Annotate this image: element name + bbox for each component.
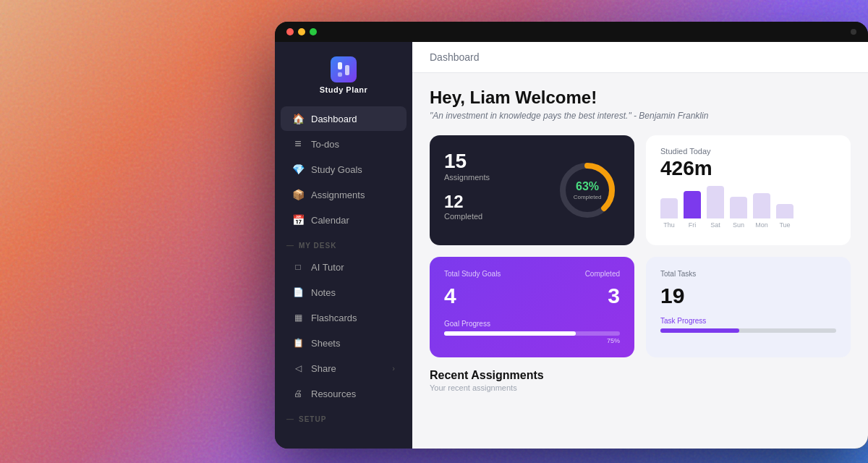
main-content: Dashboard Hey, Liam Welcome! "An investm… (412, 42, 868, 449)
donut-label: 63% Completed (555, 158, 620, 223)
sidebar-item-notes[interactable]: 📄 Notes (281, 280, 407, 305)
maximize-dot (310, 28, 317, 35)
bar-day-label: Tue (779, 221, 790, 229)
study-goals-icon: 💎 (292, 163, 304, 175)
goals-values-row: 4 3 (444, 284, 620, 308)
sidebar-item-label: Flashcards (311, 313, 357, 323)
sidebar-item-label: Study Goals (311, 164, 362, 175)
sidebar-item-ai-tutor[interactable]: □ AI Tutor (281, 255, 407, 279)
device-topbar (275, 22, 868, 42)
studied-label: Studied Today (660, 147, 836, 156)
svg-rect-0 (331, 56, 357, 82)
sidebar-item-dashboard[interactable]: 🏠 Dashboard (281, 106, 407, 131)
notes-icon: 📄 (292, 286, 304, 298)
device-frame: Study Planr 🏠 Dashboard ≡ To-dos 💎 Study… (275, 22, 868, 449)
sidebar-item-label: AI Tutor (311, 262, 344, 273)
ai-tutor-icon: □ (292, 261, 304, 273)
top-cards-row: 15 Assignments 12 Completed (430, 135, 851, 245)
setup-section-label: SETUP (275, 407, 412, 428)
todos-icon: ≡ (292, 138, 304, 150)
studied-card: Studied Today 426m ThuFriSatSunMonTue (646, 135, 851, 245)
flashcards-icon: ▦ (292, 312, 304, 323)
close-dot (286, 28, 294, 35)
goals-progress-bar-fill (444, 331, 576, 336)
studied-value: 426m (660, 157, 836, 180)
bar-mon (753, 193, 770, 218)
goals-completed-value: 3 (608, 284, 620, 308)
tasks-labels-row: Total Tasks (660, 270, 836, 278)
completed-label: Completed (444, 212, 543, 221)
main-header: Dashboard (412, 42, 868, 73)
tasks-total-value: 19 (660, 284, 836, 308)
main-navigation: 🏠 Dashboard ≡ To-dos 💎 Study Goals 📦 Ass… (275, 106, 412, 437)
assignments-label: Assignments (444, 173, 543, 182)
content-area: Hey, Liam Welcome! "An investment in kno… (412, 73, 868, 449)
bar-day-label: Sat (710, 221, 720, 229)
bar-tue (776, 204, 793, 218)
task-progress-label: Task Progress (660, 317, 836, 325)
bar-sat (707, 186, 724, 218)
resources-icon: 🖨 (292, 388, 304, 399)
goals-labels-row: Total Study Goals Completed (444, 270, 620, 278)
bar-thu (660, 198, 678, 218)
goals-progress-pct: 75% (444, 337, 620, 344)
goals-total-value: 4 (444, 284, 456, 308)
assignments-icon: 📦 (292, 189, 304, 200)
sidebar-item-label: Share (311, 363, 336, 374)
sidebar-item-label: Calendar (311, 215, 349, 226)
task-progress-bar-fill (660, 328, 739, 333)
camera-dot (851, 29, 856, 35)
donut-sublabel: Completed (574, 194, 602, 200)
sidebar: Study Planr 🏠 Dashboard ≡ To-dos 💎 Study… (275, 42, 412, 449)
goals-progress-label: Goal Progress (444, 320, 620, 328)
bar-chart: ThuFriSatSunMonTue (660, 189, 836, 229)
sheets-icon: 📋 (292, 337, 304, 349)
sidebar-item-calendar[interactable]: 📅 Calendar (281, 208, 407, 232)
completed-count: 12 (444, 192, 543, 212)
tasks-total-label: Total Tasks (660, 270, 696, 278)
bar-day-label: Sun (733, 221, 744, 229)
goals-total-label: Total Study Goals (444, 270, 501, 278)
share-icon: ◁ (292, 362, 304, 374)
assignments-card: 15 Assignments 12 Completed (430, 135, 634, 245)
chevron-right-icon: › (392, 364, 395, 373)
bar-day-label: Mon (755, 221, 768, 229)
bar-sun (730, 197, 747, 218)
sidebar-item-share[interactable]: ◁ Share › (281, 356, 407, 381)
bar-group-sat: Sat (707, 186, 724, 229)
sidebar-item-sheets[interactable]: 📋 Sheets (281, 331, 407, 355)
welcome-quote: "An investment in knowledge pays the bes… (430, 111, 851, 121)
svg-rect-1 (338, 62, 342, 69)
bar-group-mon: Mon (753, 193, 770, 229)
sidebar-item-flashcards[interactable]: ▦ Flashcards (281, 305, 407, 330)
sidebar-item-todos[interactable]: ≡ To-dos (281, 132, 407, 156)
bar-group-thu: Thu (660, 198, 678, 229)
sidebar-item-resources[interactable]: 🖨 Resources (281, 381, 407, 406)
bar-group-sun: Sun (730, 197, 747, 229)
minimize-dot (298, 28, 305, 35)
recent-assignments-sub: Your recent assignments (430, 383, 851, 392)
dashboard-icon: 🏠 (292, 113, 304, 124)
bar-group-fri: Fri (684, 191, 701, 229)
bar-day-label: Fri (689, 221, 697, 229)
my-desk-section-label: MY DESK (275, 233, 412, 254)
sidebar-item-label: Sheets (311, 338, 340, 349)
page-title: Dashboard (430, 51, 480, 63)
sidebar-item-label: Resources (311, 388, 356, 399)
welcome-title: Hey, Liam Welcome! (430, 88, 851, 108)
task-progress-bar-bg (660, 328, 836, 333)
calendar-icon: 📅 (292, 214, 304, 226)
bar-group-tue: Tue (776, 204, 793, 229)
sidebar-item-assignments[interactable]: 📦 Assignments (281, 182, 407, 207)
logo-icon (331, 56, 357, 82)
tasks-card: Total Tasks 19 Task Progress (646, 257, 851, 357)
goals-progress-bar-bg (444, 331, 620, 336)
bottom-cards-row: Total Study Goals Completed 4 3 Goal Pro… (430, 257, 851, 357)
sidebar-item-label: To-dos (311, 139, 339, 150)
window-controls (286, 28, 317, 35)
sidebar-item-study-goals[interactable]: 💎 Study Goals (281, 157, 407, 182)
bar-day-label: Thu (663, 221, 675, 229)
sidebar-item-label: Dashboard (311, 114, 357, 124)
bar-fri (684, 191, 701, 218)
logo-text: Study Planr (320, 85, 368, 94)
